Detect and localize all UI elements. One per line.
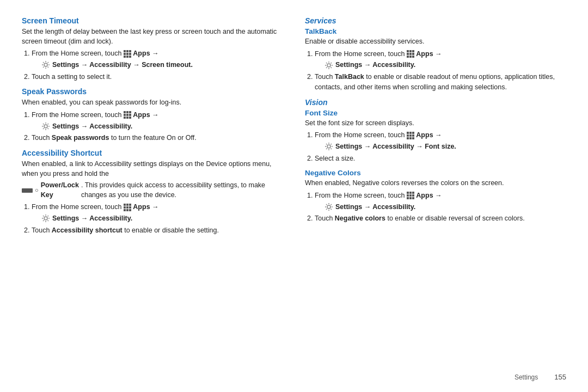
- nc-step2: Touch Negative colors to enable or disab…: [315, 213, 566, 224]
- svg-point-49: [327, 145, 330, 148]
- svg-rect-41: [409, 132, 412, 134]
- svg-rect-34: [409, 53, 412, 55]
- svg-rect-53: [407, 194, 409, 197]
- svg-rect-25: [129, 206, 131, 209]
- nc-step1-indent-text: Settings → Accessibility.: [335, 202, 415, 212]
- as-step2: Touch Accessibility shortcut to enable o…: [32, 225, 283, 236]
- svg-rect-6: [124, 56, 126, 58]
- gear-icon-5: [324, 142, 333, 151]
- fs-step1-indent: Settings → Accessibility → Font size.: [324, 142, 566, 152]
- right-column: Services TalkBack Enable or disable acce…: [305, 16, 566, 367]
- screen-timeout-title: Screen Timeout: [22, 16, 283, 25]
- svg-rect-13: [124, 114, 126, 116]
- as-step2-prefix: Touch: [32, 226, 52, 234]
- sp-step2-prefix: Touch: [32, 134, 52, 142]
- speak-passwords-steps: From the Home screen, touch Apps → Setti…: [32, 110, 283, 143]
- accessibility-shortcut-desc1: When enabled, a link to Accessibility se…: [22, 160, 283, 179]
- as-step1-indent: Settings → Accessibility.: [41, 213, 283, 224]
- speak-passwords-step2: Touch Speak passwords to turn the featur…: [32, 133, 283, 143]
- nc-step1: From the Home screen, touch Apps → Setti…: [315, 191, 566, 212]
- accessibility-shortcut-desc2: ○ Power/Lock Key. This provides quick ac…: [22, 181, 283, 200]
- svg-rect-2: [129, 50, 131, 52]
- apps-icon-2: [124, 111, 131, 119]
- talkback-title: TalkBack: [305, 27, 566, 35]
- svg-rect-57: [409, 197, 412, 199]
- gear-icon-2: [41, 122, 50, 131]
- svg-rect-48: [412, 137, 414, 139]
- svg-rect-7: [126, 56, 128, 58]
- talkback-section: TalkBack Enable or disable accessibility…: [305, 27, 566, 93]
- screen-timeout-step1-indent: Settings → Accessibility → Screen timeou…: [41, 60, 283, 70]
- fs-step1-indent-text: Settings → Accessibility → Font size.: [335, 142, 456, 152]
- apps-icon-5: [407, 132, 414, 139]
- screen-timeout-section: Screen Timeout Set the length of delay b…: [22, 16, 283, 82]
- tb-step1-indent: Settings → Accessibility.: [324, 60, 566, 70]
- svg-rect-45: [412, 134, 414, 137]
- talkback-step2: Touch TalkBack to enable or disable read…: [315, 72, 566, 93]
- speak-passwords-step1: From the Home screen, touch Apps → Setti…: [32, 110, 283, 132]
- columns: Screen Timeout Set the length of delay b…: [22, 16, 566, 367]
- svg-rect-8: [129, 56, 131, 58]
- as-step1-apps: Apps →: [133, 203, 158, 211]
- svg-rect-1: [126, 50, 128, 52]
- negative-colors-desc: When enabled, Negative colors reverses t…: [305, 179, 566, 188]
- apps-icon-4: [407, 50, 414, 58]
- tb-step2-bold: TalkBack: [335, 73, 364, 81]
- svg-rect-10: [124, 111, 126, 113]
- svg-rect-40: [407, 132, 409, 134]
- svg-rect-54: [409, 194, 412, 197]
- svg-point-59: [327, 205, 330, 209]
- as-step2-bold: Accessibility shortcut: [52, 226, 122, 234]
- screen-timeout-desc: Set the length of delay between the last…: [22, 27, 283, 46]
- svg-rect-31: [409, 50, 412, 52]
- speak-passwords-desc: When enabled, you can speak passwords fo…: [22, 98, 283, 108]
- svg-rect-36: [407, 56, 409, 58]
- sp-step2-suffix: to turn the feature On or Off.: [109, 134, 196, 142]
- apps-icon-3: [124, 204, 131, 211]
- accessibility-shortcut-section: Accessibility Shortcut When enabled, a l…: [22, 149, 283, 235]
- power-circle: ○: [35, 186, 39, 194]
- talkback-desc: Enable or disable accessibility services…: [305, 37, 566, 47]
- svg-rect-15: [129, 114, 131, 116]
- svg-rect-26: [124, 209, 126, 211]
- font-size-section: Font Size Set the font size for screen d…: [305, 109, 566, 164]
- svg-rect-4: [126, 53, 128, 55]
- svg-rect-43: [407, 134, 409, 137]
- svg-rect-35: [412, 53, 414, 55]
- svg-rect-27: [126, 209, 128, 211]
- svg-rect-52: [412, 192, 414, 194]
- fs-step1-text: From the Home screen, touch: [315, 131, 405, 139]
- apps-icon-6: [407, 192, 414, 199]
- power-bar-icon: [22, 188, 33, 193]
- font-size-step1: From the Home screen, touch Apps → Setti…: [315, 130, 566, 152]
- speak-passwords-title: Speak Passwords: [22, 87, 283, 96]
- gear-icon-6: [324, 203, 333, 211]
- svg-point-29: [44, 217, 47, 220]
- gear-icon-1: [41, 60, 50, 69]
- svg-rect-3: [124, 53, 126, 55]
- left-column: Screen Timeout Set the length of delay b…: [22, 16, 283, 367]
- font-size-steps: From the Home screen, touch Apps → Setti…: [315, 130, 566, 163]
- svg-rect-55: [412, 194, 414, 197]
- step1-apps: Apps →: [133, 50, 158, 57]
- nc-step1-apps: Apps →: [416, 192, 442, 199]
- svg-rect-56: [407, 197, 409, 199]
- services-title: Services: [305, 16, 566, 25]
- tb-step1-text: From the Home screen, touch: [315, 50, 405, 58]
- accessibility-shortcut-steps: From the Home screen, touch Apps → Setti…: [32, 202, 283, 235]
- vision-title: Vision: [305, 98, 566, 107]
- font-size-title: Font Size: [305, 109, 566, 117]
- svg-rect-30: [407, 50, 409, 52]
- sp-step2-bold: Speak passwords: [52, 134, 109, 142]
- svg-rect-21: [126, 204, 128, 206]
- sp-step1-indent-text: Settings → Accessibility.: [52, 121, 132, 132]
- nc-step2-bold: Negative colors: [335, 215, 385, 222]
- tb-step1-apps: Apps →: [416, 50, 442, 58]
- svg-rect-46: [407, 137, 409, 139]
- sp-step1-apps: Apps →: [133, 111, 158, 119]
- svg-rect-50: [407, 192, 409, 194]
- footer-label: Settings: [514, 373, 538, 381]
- svg-rect-16: [124, 117, 126, 119]
- screen-timeout-step1: From the Home screen, touch Apps → Setti…: [32, 48, 283, 70]
- sp-step1-indent: Settings → Accessibility.: [41, 121, 283, 132]
